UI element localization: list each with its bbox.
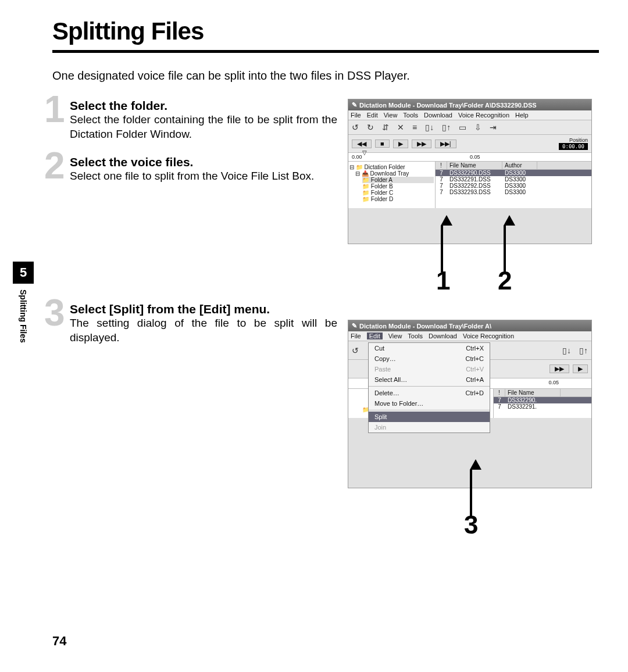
file-list[interactable]: ! File Name 7 DS332290. 7 DS332291. (494, 389, 591, 418)
chapter-label: Splitting Files (19, 289, 28, 343)
toolbar-btn[interactable]: ▯↑ (442, 123, 451, 132)
menubar[interactable]: File Edit View Tools Download Voice Reco… (348, 331, 591, 341)
player-bar: ◀◀ ■ ▶ ▶▶ ▶▶| Position 0:00.00 (348, 135, 591, 153)
chapter-tab: 5 Splitting Files (13, 262, 34, 343)
list-icon[interactable]: ≡ (412, 123, 417, 132)
tree-node[interactable]: 📁 Folder D (362, 196, 434, 202)
step-body: The setting dialog of the file to be spl… (70, 316, 337, 345)
play-small-button[interactable]: ▶ (573, 364, 588, 373)
menu-item-copy[interactable]: Copy…Ctrl+C (369, 353, 490, 364)
callout-number-3: 3 (464, 510, 478, 539)
menu-help[interactable]: Help (515, 112, 529, 119)
toolbar-btn[interactable]: ⇵ (382, 123, 389, 132)
play-button[interactable]: ▶ (393, 140, 408, 148)
tree-node[interactable]: ⊟ 📥 Download Tray (355, 170, 434, 177)
table-row-selected[interactable]: 7 DS332290.DSS DS3300 (436, 170, 591, 176)
step-body: Select the folder containing the file to… (70, 113, 337, 141)
col-header[interactable]: File Name (505, 389, 561, 396)
callout-number-2: 2 (498, 266, 512, 295)
divider (52, 50, 599, 53)
table-row[interactable]: 7 DS332291. (494, 403, 591, 410)
menu-item-delete[interactable]: Delete…Ctrl+D (369, 388, 490, 398)
toolbar-btn[interactable]: ↺ (352, 346, 359, 355)
menu-view[interactable]: View (384, 112, 398, 119)
toolbar-btn[interactable]: ▯↓ (425, 123, 434, 132)
table-row-selected[interactable]: 7 DS332290. (494, 397, 591, 403)
tree-node[interactable]: ⊟ 📁 Dictation Folder (349, 164, 434, 170)
toolbar-btn[interactable]: ▯↑ (579, 346, 588, 355)
menu-item-select-all[interactable]: Select All…Ctrl+A (369, 374, 490, 385)
callout-arrow-1 (441, 215, 442, 272)
menu-download[interactable]: Download (424, 112, 452, 119)
menu-file[interactable]: File (351, 112, 361, 119)
toolbar-btn[interactable]: ⇥ (490, 123, 497, 132)
menubar[interactable]: File Edit View Tools Download Voice Reco… (348, 110, 591, 120)
tree-node[interactable]: 📁 Folder C (362, 190, 434, 196)
menu-voice-recognition[interactable]: Voice Recognition (463, 333, 514, 339)
callout-number-1: 1 (436, 266, 450, 295)
table-row[interactable]: 7 DS332293.DSS DS3300 (436, 189, 591, 195)
ruler-val: 0.05 (548, 380, 559, 387)
app-icon: ✎ (352, 322, 357, 330)
toolbar-btn[interactable]: ⇩ (474, 123, 481, 132)
menu-download[interactable]: Download (429, 333, 457, 339)
slider-knob-icon[interactable]: ▽ (362, 149, 367, 156)
callout-arrow-3 (470, 459, 471, 516)
ruler-start: 0.00 (352, 154, 362, 160)
app-icon: ✎ (352, 101, 357, 109)
toolbar-btn[interactable]: ▭ (459, 123, 466, 132)
edit-menu-dropdown[interactable]: CutCtrl+X Copy…Ctrl+C PasteCtrl+V Select… (368, 342, 490, 433)
col-header[interactable]: ! (436, 162, 447, 169)
file-list[interactable]: ! File Name Author 7 DS332290.DSS DS3300… (436, 162, 591, 208)
window-title: Dictation Module - Download Tray\Folder … (359, 102, 537, 109)
ruler-mid: 0.05 (470, 154, 480, 160)
table-row[interactable]: 7 DS332291.DSS DS3300 (436, 176, 591, 183)
stop-button[interactable]: ■ (375, 140, 390, 148)
toolbar-btn[interactable]: ↺ (352, 123, 359, 132)
window-title: Dictation Module - Download Tray\Folder … (359, 323, 491, 330)
step-1: 1 Select the folder. Select the folder c… (52, 99, 337, 141)
menu-edit[interactable]: Edit (367, 112, 378, 119)
delete-icon[interactable]: ✕ (397, 123, 404, 132)
screenshot-1: ✎ Dictation Module - Download Tray\Folde… (348, 99, 592, 244)
menu-tools[interactable]: Tools (403, 112, 418, 119)
menu-edit-selected[interactable]: Edit (367, 333, 383, 339)
menu-voice-recognition[interactable]: Voice Recognition (458, 112, 509, 119)
intro-text: One designated voice file can be split i… (52, 69, 599, 83)
menu-tools[interactable]: Tools (408, 333, 423, 339)
step-2: 2 Select the voice files. Select one fil… (52, 155, 337, 184)
window-titlebar: ✎ Dictation Module - Download Tray\Folde… (348, 99, 591, 110)
menu-file[interactable]: File (351, 333, 361, 339)
menu-item-paste: PasteCtrl+V (369, 364, 490, 374)
step-number: 3 (44, 294, 65, 331)
step-3: 3 Select [Split] from the [Edit] menu. T… (52, 302, 337, 345)
rewind-button[interactable]: ◀◀ (352, 140, 372, 148)
step-number: 2 (44, 147, 65, 184)
chapter-number: 5 (13, 262, 34, 284)
ff-button[interactable]: ▶▶ (412, 140, 431, 148)
skip-end-button[interactable]: ▶▶| (435, 140, 456, 148)
table-row[interactable]: 7 DS332292.DSS DS3300 (436, 183, 591, 189)
window-titlebar: ✎ Dictation Module - Download Tray\Folde… (348, 320, 591, 331)
tree-node[interactable]: 📁 Folder B (362, 183, 434, 190)
folder-tree[interactable]: ⊟ 📁 Dictation Folder ⊟ 📥 Download Tray 📁… (348, 162, 436, 208)
position-value: 0:00.00 (559, 143, 588, 150)
step-body: Select one file to split from the Voice … (70, 169, 337, 184)
col-header[interactable]: ! (494, 389, 505, 396)
page-title: Splitting Files (52, 17, 599, 45)
time-ruler[interactable]: ▽ 0.00 0.05 (348, 153, 591, 162)
toolbar-btn[interactable]: ↻ (367, 123, 374, 132)
col-header[interactable]: File Name (447, 162, 502, 169)
col-header[interactable]: Author (502, 162, 537, 169)
menu-item-split-selected[interactable]: Split (369, 412, 490, 422)
ff-button[interactable]: ▶▶ (550, 364, 569, 373)
menu-item-cut[interactable]: CutCtrl+X (369, 343, 490, 353)
toolbar-btn[interactable]: ▯↓ (562, 346, 571, 355)
step-number: 1 (44, 91, 65, 128)
menu-item-move-to-folder[interactable]: Move to Folder… (369, 398, 490, 409)
step-title: Select the voice files. (70, 155, 337, 169)
tree-node-selected[interactable]: 📁 Folder A (362, 177, 434, 183)
toolbar: ↺ ↻ ⇵ ✕ ≡ ▯↓ ▯↑ ▭ ⇩ ⇥ (348, 120, 591, 135)
menu-view[interactable]: View (388, 333, 402, 339)
position-label: Position (559, 137, 588, 143)
